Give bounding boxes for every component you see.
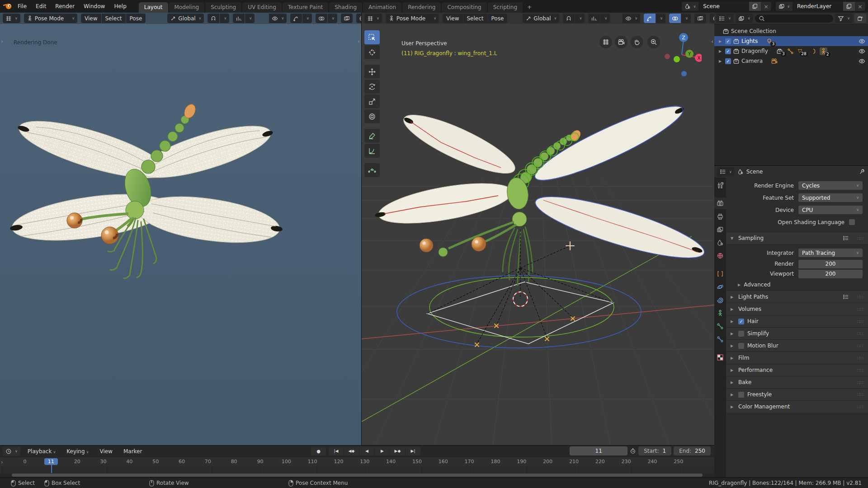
menu-marker[interactable]: Marker: [120, 448, 146, 455]
shading-wireframe-button[interactable]: [356, 14, 361, 23]
object-visibility-dropdown[interactable]: ∨: [269, 14, 287, 23]
section-film[interactable]: ▶ Film ∷∷: [726, 352, 868, 364]
next-keyframe-button[interactable]: ▶◆: [390, 446, 405, 455]
transform-orientation-selector[interactable]: Global ∨: [523, 14, 559, 23]
collection-checkbox[interactable]: ✓: [725, 58, 731, 64]
tool-3d-cursor[interactable]: [364, 45, 380, 59]
tab-object-constraints[interactable]: [714, 294, 726, 306]
tool-transform[interactable]: [364, 109, 380, 123]
outliner-row-scene-collection[interactable]: Scene Collection: [714, 26, 868, 36]
play-button[interactable]: ▶: [375, 446, 390, 455]
tab-output-properties[interactable]: [714, 211, 726, 222]
samples-render-field[interactable]: 200: [798, 260, 863, 268]
tab-scene-properties[interactable]: [714, 237, 726, 249]
region-expand-arrow[interactable]: ›: [1, 459, 3, 465]
tool-pose-breakdowner[interactable]: [364, 163, 380, 177]
timeline-scrollbar[interactable]: [12, 474, 703, 477]
drag-handle-icon[interactable]: ∷∷: [857, 343, 863, 348]
play-reverse-button[interactable]: ◀: [359, 446, 374, 455]
menu-render[interactable]: Render: [51, 2, 79, 11]
tab-bone-constraints[interactable]: [714, 333, 726, 345]
simplify-checkbox[interactable]: [738, 331, 744, 337]
tab-world-properties[interactable]: [714, 250, 726, 262]
timeline-ruler[interactable]: 0 11 20 30 40 50 60 70 80 90 100 110 120…: [0, 457, 714, 467]
hide-in-viewport-eye-icon[interactable]: [859, 48, 865, 55]
menu-edit[interactable]: Edit: [32, 2, 50, 11]
tab-render-properties[interactable]: [714, 197, 726, 209]
tab-texture-properties[interactable]: [714, 352, 726, 363]
expand-arrow-icon[interactable]: ▶: [717, 59, 723, 63]
drag-handle-icon[interactable]: ∷∷: [857, 307, 863, 312]
tab-object-properties[interactable]: [714, 268, 726, 280]
mode-selector[interactable]: Pose Mode ∨: [24, 14, 77, 23]
xray-toggle[interactable]: [694, 14, 706, 23]
menu-view[interactable]: View: [443, 14, 462, 23]
pan-view-button[interactable]: [631, 36, 643, 48]
stopwatch-icon[interactable]: [630, 448, 636, 454]
editor-type-button[interactable]: ∨: [3, 446, 20, 456]
xray-toggle[interactable]: [341, 14, 353, 23]
menu-window[interactable]: Window: [80, 2, 109, 11]
toggle-perspective-button[interactable]: [599, 36, 612, 48]
snap-toggle[interactable]: [208, 14, 219, 23]
section-simplify[interactable]: ▶ Simplify ∷∷: [726, 327, 868, 339]
unlink-scene-button[interactable]: ×: [761, 2, 771, 11]
new-collection-button[interactable]: [854, 14, 866, 23]
editor-type-button[interactable]: ∨: [717, 167, 735, 177]
overlays-dropdown[interactable]: ∨: [681, 14, 691, 23]
drag-handle-icon[interactable]: ∷∷: [857, 319, 863, 324]
playhead[interactable]: [51, 465, 52, 473]
drag-handle-icon[interactable]: ∷∷: [857, 368, 863, 373]
menu-view[interactable]: View: [81, 14, 101, 23]
hide-in-viewport-eye-icon[interactable]: [859, 58, 865, 65]
device-dropdown[interactable]: CPU∨: [798, 206, 863, 214]
overlays-toggle[interactable]: [316, 14, 327, 23]
proportional-falloff-dropdown[interactable]: ∨: [245, 14, 255, 23]
feature-set-dropdown[interactable]: Supported∨: [798, 193, 863, 202]
current-frame-indicator[interactable]: 11: [44, 458, 58, 465]
expand-arrow-icon[interactable]: ▶: [717, 49, 723, 53]
menu-pose[interactable]: Pose: [126, 14, 146, 23]
gizmos-toggle[interactable]: [290, 14, 302, 23]
menu-file[interactable]: File: [14, 2, 31, 11]
remove-view-layer-button[interactable]: ×: [855, 2, 865, 11]
workspace-tab-modeling[interactable]: Modeling: [169, 2, 205, 13]
blender-logo-icon[interactable]: [3, 3, 13, 10]
hair-checkbox[interactable]: ✓: [738, 319, 744, 324]
current-frame-field[interactable]: 11: [570, 446, 627, 455]
outliner-search-input[interactable]: [767, 15, 830, 22]
tab-tool[interactable]: [714, 179, 726, 191]
workspace-tab-animation[interactable]: Animation: [363, 2, 401, 13]
workspace-tab-layout[interactable]: Layout: [139, 2, 168, 13]
view-layer-name-field[interactable]: RenderLayer: [793, 3, 843, 9]
add-workspace-button[interactable]: +: [524, 2, 535, 13]
previous-keyframe-button[interactable]: ◀◆: [344, 446, 359, 455]
jump-to-start-button[interactable]: |◀: [329, 446, 344, 455]
menu-pose[interactable]: Pose: [488, 14, 508, 23]
section-performance[interactable]: ▶ Performance ∷∷: [726, 364, 868, 376]
snap-settings-dropdown[interactable]: ∨: [575, 14, 585, 23]
workspace-tab-compositing[interactable]: Compositing: [442, 2, 486, 13]
tool-rotate[interactable]: [364, 80, 380, 94]
tab-object-data-properties[interactable]: [714, 307, 726, 319]
snap-settings-dropdown[interactable]: ∨: [220, 14, 229, 23]
collection-checkbox[interactable]: ✓: [725, 48, 731, 54]
gizmos-dropdown[interactable]: ∨: [656, 14, 665, 23]
new-view-layer-button[interactable]: [843, 2, 855, 11]
object-visibility-dropdown[interactable]: ∨: [623, 14, 640, 23]
overlays-toggle[interactable]: [669, 14, 681, 23]
menu-playback[interactable]: Playback∨: [24, 448, 59, 455]
workspace-tab-sculpting[interactable]: Sculpting: [205, 2, 241, 13]
proportional-edit-toggle[interactable]: [233, 14, 245, 23]
shading-wireframe-button[interactable]: [710, 14, 714, 23]
transform-orientation-selector[interactable]: Global ∨: [167, 14, 204, 23]
section-color-management[interactable]: ▶ Color Management ∷∷: [726, 400, 868, 413]
drag-handle-icon[interactable]: ∷∷: [857, 356, 863, 361]
jump-to-end-button[interactable]: ▶|: [406, 446, 420, 455]
filter-dropdown[interactable]: ∨: [835, 14, 853, 23]
proportional-falloff-dropdown[interactable]: ∨: [600, 14, 610, 23]
editor-type-button[interactable]: ∨: [3, 14, 20, 23]
tab-physics-properties[interactable]: [714, 281, 726, 293]
hide-in-viewport-eye-icon[interactable]: [859, 38, 865, 45]
frame-end-field[interactable]: End:250: [674, 446, 711, 455]
